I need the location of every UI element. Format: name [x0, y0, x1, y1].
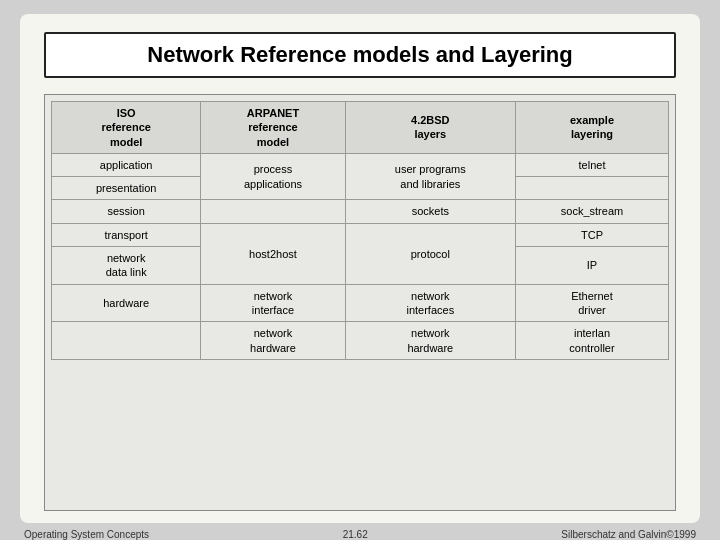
table-wrapper: ISOreferencemodel ARPANETreferencemodel … — [44, 94, 676, 511]
header-arpanet: ARPANETreferencemodel — [201, 102, 345, 154]
header-example: examplelayering — [515, 102, 668, 154]
cell-example: IP — [515, 247, 668, 285]
cell-iso: presentation — [52, 177, 201, 200]
cell-iso: application — [52, 153, 201, 176]
footer: Operating System Concepts 21.62 Silbersc… — [20, 529, 700, 540]
cell-example: TCP — [515, 223, 668, 246]
cell-bsd: sockets — [345, 200, 515, 223]
cell-iso: session — [52, 200, 201, 223]
table-row: application processapplications user pro… — [52, 153, 669, 176]
cell-arpanet: networkhardware — [201, 322, 345, 360]
cell-example: interlancontroller — [515, 322, 668, 360]
cell-example: sock_stream — [515, 200, 668, 223]
footer-center: 21.62 — [343, 529, 368, 540]
slide-title: Network Reference models and Layering — [44, 32, 676, 78]
cell-example: Ethernetdriver — [515, 284, 668, 322]
table-row: session sockets sock_stream — [52, 200, 669, 223]
cell-arpanet: host2host — [201, 223, 345, 284]
footer-left: Operating System Concepts — [24, 529, 149, 540]
cell-iso — [52, 322, 201, 360]
cell-iso: transport — [52, 223, 201, 246]
cell-bsd: networkinterfaces — [345, 284, 515, 322]
table-row: hardware networkinterface networkinterfa… — [52, 284, 669, 322]
cell-bsd: networkhardware — [345, 322, 515, 360]
cell-arpanet — [201, 200, 345, 223]
cell-example — [515, 177, 668, 200]
slide-container: Network Reference models and Layering IS… — [20, 14, 700, 523]
header-iso: ISOreferencemodel — [52, 102, 201, 154]
cell-example: telnet — [515, 153, 668, 176]
cell-bsd: protocol — [345, 223, 515, 284]
header-bsd: 4.2BSDlayers — [345, 102, 515, 154]
cell-arpanet: networkinterface — [201, 284, 345, 322]
cell-iso: hardware — [52, 284, 201, 322]
layering-table: ISOreferencemodel ARPANETreferencemodel … — [51, 101, 669, 360]
footer-right: Silberschatz and Galvin©1999 — [561, 529, 696, 540]
cell-bsd: user programsand libraries — [345, 153, 515, 200]
table-row: transport host2host protocol TCP — [52, 223, 669, 246]
table-row: networkhardware networkhardware interlan… — [52, 322, 669, 360]
cell-iso: networkdata link — [52, 247, 201, 285]
cell-arpanet: processapplications — [201, 153, 345, 200]
